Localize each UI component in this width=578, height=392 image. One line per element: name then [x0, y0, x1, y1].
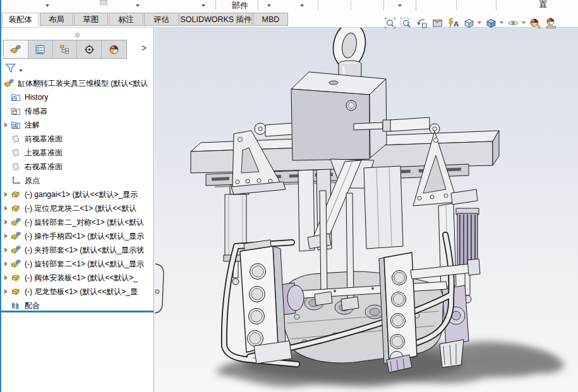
window-left-edge	[0, 0, 1, 392]
tab-evaluate[interactable]: 评估	[144, 13, 179, 26]
dropdown-caret-icon[interactable]	[300, 4, 304, 7]
subassembly-icon	[11, 217, 21, 227]
tree-item-rotate-set[interactable]: (-) 旋转部套二<1> (默认<默认_显示	[0, 257, 153, 271]
tree-item-front-plane[interactable]: 前视基准面	[0, 132, 153, 146]
dropdown-caret-icon[interactable]	[522, 21, 526, 24]
tree-item-origin[interactable]: 原点	[0, 174, 153, 187]
dropdown-caret-icon[interactable]	[500, 21, 503, 24]
hide-show-items-icon[interactable]	[507, 17, 519, 29]
dropdown-caret-icon[interactable]	[478, 21, 481, 24]
annotations-folder-icon	[11, 120, 21, 130]
toolbar-stub-icon	[100, 0, 107, 5]
previous-view-icon[interactable]	[416, 17, 428, 29]
panel-tab-overflow[interactable]: >	[141, 44, 147, 52]
part-icon	[11, 287, 21, 297]
featuremanager-icon	[10, 44, 21, 55]
expander-icon[interactable]	[3, 243, 11, 257]
tree-item-assembly-root[interactable]: 缸体翻转工装夹具三维模型 (默认<默认	[0, 76, 153, 90]
apply-scene-icon[interactable]	[545, 17, 557, 29]
tree-item-clamp-set[interactable]: (-) 夹持部套<1> (默认<默认_显示状	[0, 243, 153, 257]
tree-item-rotate-set-mirror[interactable]: (-) 旋转部套二_对称<1> (默认<默认	[0, 215, 153, 229]
dropdown-caret-icon[interactable]	[202, 4, 205, 7]
tab-assembly[interactable]: 装配体	[2, 13, 39, 27]
tree-item-annotations[interactable]: 注解	[0, 118, 153, 132]
zoom-to-area-icon[interactable]	[400, 17, 412, 29]
panel-collapse-handle[interactable]	[0, 27, 154, 40]
configurationmanager-icon	[59, 44, 70, 55]
edit-appearance-icon[interactable]	[529, 17, 541, 29]
tree-item-nylon-pad[interactable]: (-) 尼龙垫板<1> (默认<<默认>_显	[0, 285, 153, 299]
plane-icon	[11, 134, 21, 144]
tree-item-nylon-block[interactable]: (-) 定位尼龙块二<1> (默认<<默认	[0, 201, 153, 215]
dropdown-caret-icon[interactable]	[19, 69, 23, 72]
tree-item-sensors[interactable]: 传感器	[0, 104, 153, 118]
propertymanager-icon	[35, 44, 45, 55]
graphics-viewport[interactable]	[155, 27, 578, 392]
expander-icon[interactable]	[3, 187, 11, 201]
tree-item-mates[interactable]: 配合	[0, 299, 153, 311]
edge-bracket	[155, 264, 164, 313]
expander-icon[interactable]	[3, 229, 11, 243]
subassembly-icon	[11, 231, 21, 241]
origin-icon	[11, 175, 21, 186]
tab-layout[interactable]: 布局	[40, 13, 73, 26]
dropdown-caret-icon[interactable]	[398, 4, 402, 7]
panel-tab-propertymanager[interactable]	[28, 40, 53, 58]
expander-slot	[3, 90, 11, 104]
toolbar-separator	[496, 1, 497, 10]
headsup-view-toolbar	[384, 16, 557, 29]
part-icon	[11, 189, 21, 199]
tab-annotate[interactable]: 标注	[109, 13, 143, 26]
dropdown-caret-icon[interactable]	[45, 4, 49, 7]
model-3d-view[interactable]	[155, 27, 578, 392]
handle-dot-icon	[75, 33, 80, 37]
dropdown-caret-icon[interactable]	[136, 4, 140, 7]
toolbar-separator	[416, 1, 416, 10]
tree-filter[interactable]	[0, 59, 154, 76]
expander-slot	[3, 76, 4, 90]
dropdown-caret-icon[interactable]	[267, 4, 271, 7]
panel-splitter[interactable]	[0, 311, 154, 312]
dimxpert-icon	[84, 44, 95, 55]
section-view-icon[interactable]	[431, 17, 443, 29]
expander-slot	[3, 104, 11, 118]
tab-mbd[interactable]: MBD	[253, 13, 288, 26]
panel-tab-displaymanager[interactable]	[102, 40, 126, 58]
annotations-visibility-icon[interactable]	[447, 17, 459, 29]
panel-tab-configurationmanager[interactable]	[53, 40, 78, 58]
toolbar-separator	[351, 1, 351, 10]
tab-sketch[interactable]: 草图	[74, 13, 108, 26]
expander-icon[interactable]	[3, 271, 11, 285]
feature-tree: 缸体翻转工装夹具三维模型 (默认<默认 History 传感器 注解 前视基准	[0, 76, 153, 311]
subassembly-icon	[11, 259, 21, 269]
toolbar-right-label[interactable]: 置	[539, 0, 548, 10]
expander-icon[interactable]	[3, 257, 11, 271]
mates-paperclip-icon	[11, 300, 21, 311]
filter-funnel-icon[interactable]	[4, 62, 17, 73]
plane-icon	[11, 162, 21, 172]
expander-icon[interactable]	[3, 201, 11, 215]
top-toolbar: 部件 置	[0, 0, 578, 12]
display-style-icon[interactable]	[485, 17, 497, 29]
expander-icon[interactable]	[3, 285, 11, 299]
tree-item-history[interactable]: History	[0, 90, 153, 104]
toolbar-group-label[interactable]: 部件	[222, 0, 258, 11]
panel-tab-featuremanager[interactable]	[4, 40, 28, 58]
panel-tab-dimxpertmanager[interactable]	[77, 40, 102, 58]
tab-solidworks-addins[interactable]: SOLIDWORKS 插件	[179, 13, 253, 26]
part-icon	[11, 273, 21, 283]
expander-slot	[3, 299, 11, 311]
toolbar-separator	[456, 1, 457, 10]
tree-item-right-plane[interactable]: 右视基准面	[0, 160, 153, 174]
tree-item-gangai[interactable]: (-) gangai<1> (默认<<默认>_显示	[0, 187, 153, 201]
expander-icon[interactable]	[3, 118, 11, 132]
expander-icon[interactable]	[3, 215, 11, 229]
view-orientation-icon[interactable]	[463, 17, 475, 29]
zoom-to-fit-icon[interactable]	[384, 17, 396, 29]
expander-slot	[3, 160, 11, 174]
tree-item-valve-plate[interactable]: (-) 阀体安装板<1> (默认<<默认>_	[0, 271, 153, 285]
tree-item-top-plane[interactable]: 上视基准面	[0, 146, 153, 160]
right-assembly	[438, 189, 479, 367]
displaymanager-icon	[109, 44, 119, 55]
tree-item-handle-four[interactable]: (-) 操作手柄四<1> (默认<默认_显示	[0, 229, 153, 243]
